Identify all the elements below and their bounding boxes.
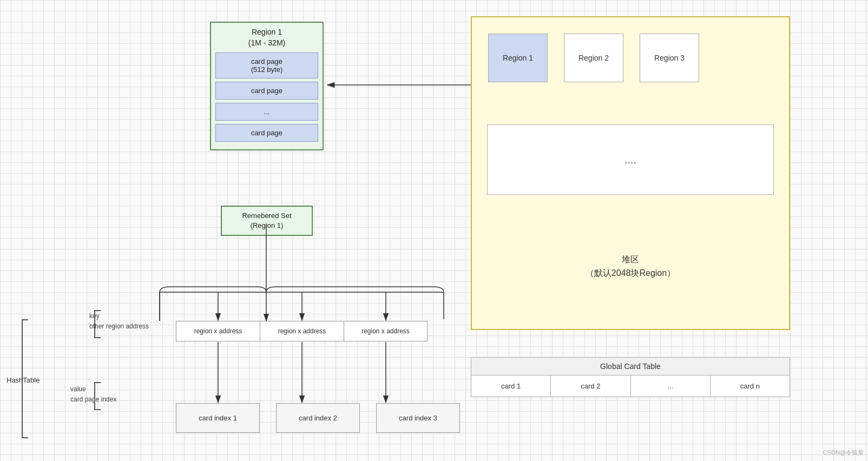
- curve-left: [160, 287, 266, 292]
- region-addr-3: region x address: [344, 321, 428, 341]
- region-addr-1: region x address: [176, 321, 260, 341]
- heap-dots: ....: [624, 154, 636, 166]
- value-label: value card page index: [70, 384, 116, 405]
- region1-left-box: Region 1 (1M - 32M) card page(512 byte) …: [210, 22, 324, 150]
- card-page-1: card page(512 byte): [215, 52, 318, 78]
- card-index-1: card index 1: [176, 403, 260, 433]
- remembered-set-box: Remebered Set(Region 1): [221, 206, 313, 236]
- key-bracket: [94, 310, 101, 338]
- region-addr-2: region x address: [260, 321, 344, 341]
- card-index-2: card index 2: [276, 403, 360, 433]
- hashtable-label: HashTable: [6, 376, 40, 384]
- gct-cell-2: card 2: [551, 376, 630, 397]
- gct-cell-1: card 1: [471, 376, 551, 397]
- heap-region2: Region 2: [564, 34, 623, 82]
- heap-region3: Region 3: [640, 34, 699, 82]
- card-index-3: card index 3: [376, 403, 460, 433]
- curve-right: [266, 287, 444, 292]
- gct-cell-n: card n: [711, 376, 790, 397]
- global-card-table: Global Card Table card 1 card 2 ... card…: [471, 357, 790, 397]
- heap-title: 堆区 （默认2048块Region）: [472, 253, 789, 280]
- heap-region1: Region 1: [488, 34, 548, 82]
- region1-title: Region 1 (1M - 32M): [215, 27, 318, 48]
- card-page-2: card page: [215, 82, 318, 100]
- heap-regions-row: Region 1 Region 2 Region 3: [488, 34, 778, 82]
- value-bracket: [94, 382, 101, 410]
- value-label-text2: card page index: [70, 394, 116, 405]
- region-address-row: region x address region x address region…: [176, 321, 428, 341]
- card-page-4: card page: [215, 124, 318, 142]
- card-page-dots: ...: [215, 103, 318, 121]
- heap-dots-box: ....: [487, 124, 774, 195]
- card-index-row: card index 1 card index 2 card index 3: [176, 403, 460, 433]
- gct-header: Global Card Table: [471, 358, 790, 376]
- watermark: CSDN@令狐葉: [823, 449, 864, 457]
- heap-label2: （默认2048块Region）: [472, 266, 789, 280]
- heap-label1: 堆区: [472, 253, 789, 267]
- remembered-set-label: Remebered Set(Region 1): [242, 212, 291, 229]
- diagram-canvas: Region 1 (1M - 32M) card page(512 byte) …: [0, 0, 868, 461]
- gct-cell-dots: ...: [631, 376, 711, 397]
- gct-row: card 1 card 2 ... card n: [471, 376, 790, 397]
- value-label-text1: value: [70, 384, 116, 394]
